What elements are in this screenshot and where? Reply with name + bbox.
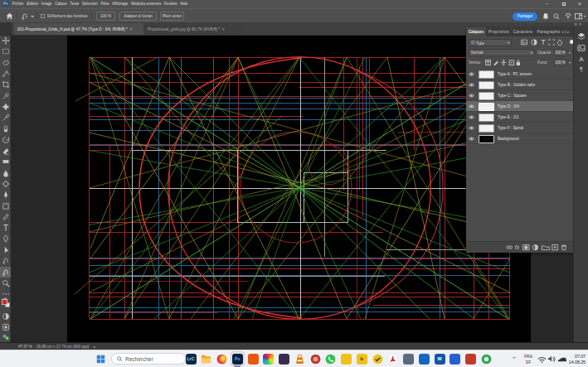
svg-text:fx: fx [515,244,520,250]
